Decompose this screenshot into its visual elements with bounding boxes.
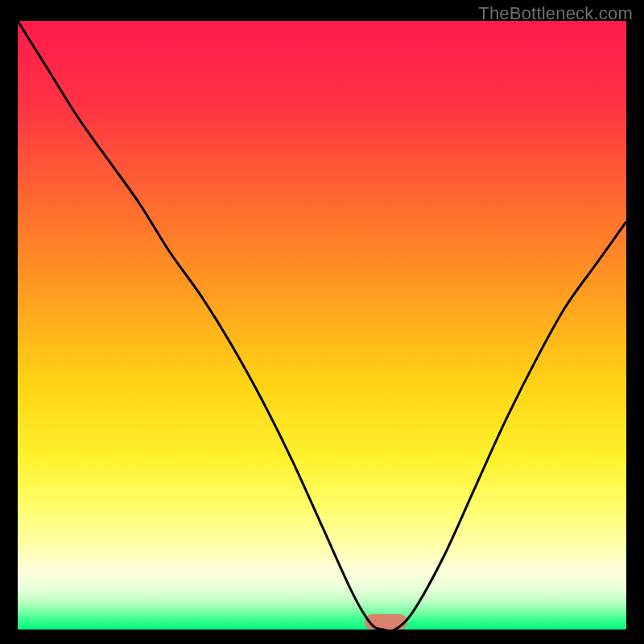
gradient-plot-area xyxy=(18,21,626,630)
chart-frame: TheBottleneck.com xyxy=(0,0,644,644)
bottleneck-chart xyxy=(18,21,626,630)
